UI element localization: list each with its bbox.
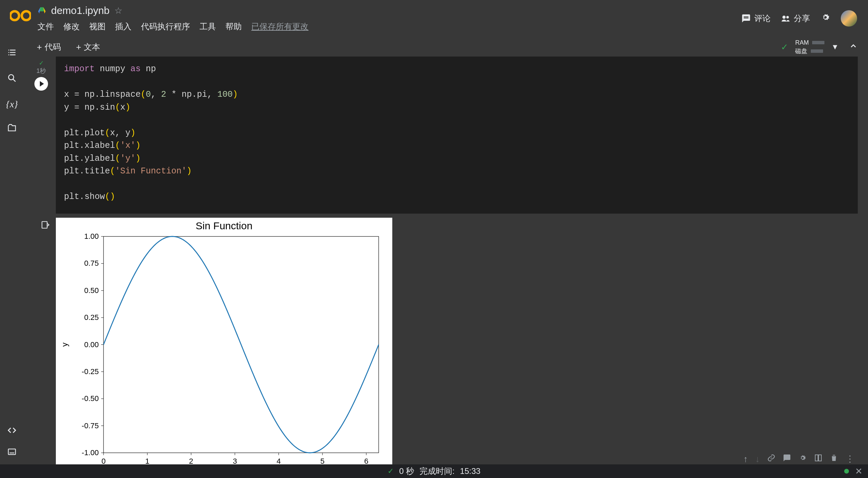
menu-tools[interactable]: 工具	[200, 21, 216, 32]
svg-text:0.25: 0.25	[84, 313, 99, 322]
status-completed-time: 15:33	[460, 466, 480, 476]
variables-icon[interactable]: {x}	[6, 99, 18, 110]
disk-label: 磁盘	[795, 47, 807, 55]
status-check-icon: ✓	[388, 467, 394, 476]
ram-bar	[812, 41, 824, 44]
svg-text:2: 2	[189, 457, 193, 465]
share-icon	[781, 14, 790, 23]
cell-action-toolbar: ↑ ↓ ⋮	[743, 454, 854, 464]
settings-button[interactable]	[820, 12, 831, 25]
code-editor[interactable]: import numpy as np x = np.linspace(0, 2 …	[56, 57, 858, 214]
colab-logo-icon	[10, 9, 31, 22]
share-button[interactable]: 分享	[781, 13, 810, 24]
svg-text:-1.00: -1.00	[82, 448, 99, 457]
kernel-status-dot	[844, 469, 849, 474]
files-icon[interactable]	[7, 123, 17, 135]
more-icon[interactable]: ⋮	[846, 454, 854, 464]
plot-svg: Sin Function-1.00-0.75-0.50-0.250.000.25…	[56, 218, 392, 465]
share-label: 分享	[794, 13, 810, 24]
status-exec-time: 0 秒	[399, 466, 414, 477]
ram-label: RAM	[795, 39, 809, 46]
menu-help[interactable]: 帮助	[225, 21, 242, 32]
svg-text:6: 6	[364, 457, 368, 465]
cell-output: Sin Function-1.00-0.75-0.50-0.250.000.25…	[27, 218, 858, 465]
gear-icon	[820, 12, 831, 22]
svg-text:1.00: 1.00	[84, 232, 99, 241]
status-bar: ✓ 0 秒 完成时间: 15:33 ✕	[0, 464, 868, 478]
terminal-icon[interactable]	[7, 447, 17, 459]
link-icon[interactable]	[767, 454, 775, 464]
close-status-icon[interactable]: ✕	[855, 466, 863, 477]
svg-point-1	[22, 11, 31, 20]
svg-text:-0.25: -0.25	[82, 367, 99, 375]
code-snippets-icon[interactable]	[7, 426, 17, 437]
svg-text:Sin Function: Sin Function	[196, 220, 253, 231]
menu-runtime[interactable]: 代码执行程序	[141, 21, 190, 32]
colab-logo[interactable]	[7, 3, 34, 22]
svg-text:0: 0	[101, 457, 106, 465]
svg-text:-0.75: -0.75	[82, 421, 99, 430]
status-completed-label: 完成时间:	[420, 466, 455, 477]
cell-settings-icon[interactable]	[799, 454, 807, 464]
output-indicator-icon[interactable]	[41, 220, 50, 465]
add-code-button[interactable]: + 代码	[31, 42, 61, 52]
play-icon	[40, 81, 44, 87]
delete-cell-icon[interactable]	[830, 454, 838, 464]
svg-point-6	[786, 16, 789, 18]
svg-text:0.50: 0.50	[84, 286, 99, 294]
notebook-toolbar: + 代码 + 文本 ✓ RAM 磁盘 ▼	[24, 37, 868, 57]
output-plot: Sin Function-1.00-0.75-0.50-0.250.000.25…	[56, 218, 392, 465]
plus-icon: +	[37, 42, 42, 52]
add-code-label: 代码	[45, 42, 61, 52]
svg-point-0	[10, 11, 19, 20]
plus-icon: +	[76, 42, 81, 52]
add-text-label: 文本	[84, 42, 100, 52]
svg-rect-49	[819, 455, 821, 461]
search-icon[interactable]	[7, 73, 17, 85]
disk-bar	[811, 49, 823, 53]
menu-view[interactable]: 视图	[89, 21, 106, 32]
drive-icon	[37, 6, 46, 15]
menu-edit[interactable]: 修改	[63, 21, 80, 32]
svg-point-5	[783, 16, 786, 19]
comment-icon	[741, 14, 751, 23]
save-status[interactable]: 已保存所有更改	[251, 21, 309, 32]
svg-text:3: 3	[233, 457, 237, 465]
status-check-icon: ✓	[781, 42, 788, 52]
move-down-icon[interactable]: ↓	[755, 454, 760, 464]
svg-line-8	[13, 79, 16, 82]
move-up-icon[interactable]: ↑	[743, 454, 748, 464]
svg-text:y: y	[60, 342, 69, 346]
left-rail: {x}	[0, 37, 24, 464]
comment-icon[interactable]	[783, 454, 791, 464]
svg-text:0.75: 0.75	[84, 259, 99, 267]
collapse-header-button[interactable]	[846, 40, 861, 55]
menu-file[interactable]: 文件	[37, 21, 54, 32]
file-title[interactable]: demo1.ipynb	[51, 5, 110, 16]
cell-exec-time: 1秒	[36, 67, 46, 75]
svg-rect-48	[815, 455, 818, 461]
svg-text:1: 1	[145, 457, 149, 465]
svg-text:4: 4	[277, 457, 281, 465]
svg-rect-9	[9, 449, 16, 454]
comments-label: 评论	[754, 13, 771, 24]
menubar: 文件 修改 视图 插入 代码执行程序 工具 帮助 已保存所有更改	[37, 16, 741, 32]
svg-point-7	[9, 75, 14, 80]
star-icon[interactable]: ☆	[114, 5, 122, 16]
run-cell-button[interactable]	[34, 77, 48, 91]
cell-status-check-icon: ✓	[39, 59, 44, 67]
user-avatar[interactable]	[841, 10, 857, 27]
resource-indicator[interactable]: RAM 磁盘	[795, 39, 824, 55]
menu-insert[interactable]: 插入	[115, 21, 131, 32]
resource-dropdown[interactable]: ▼	[831, 43, 839, 51]
svg-text:5: 5	[320, 457, 325, 465]
toc-icon[interactable]	[7, 48, 17, 60]
svg-text:-0.50: -0.50	[82, 394, 99, 403]
mirror-cell-icon[interactable]	[814, 454, 822, 464]
add-text-button[interactable]: + 文本	[70, 42, 100, 52]
svg-text:0.00: 0.00	[84, 340, 99, 349]
comments-button[interactable]: 评论	[741, 13, 771, 24]
svg-rect-11	[42, 221, 47, 228]
code-cell[interactable]: ✓ 1秒 import numpy as np x = np.linspace(…	[27, 57, 858, 214]
